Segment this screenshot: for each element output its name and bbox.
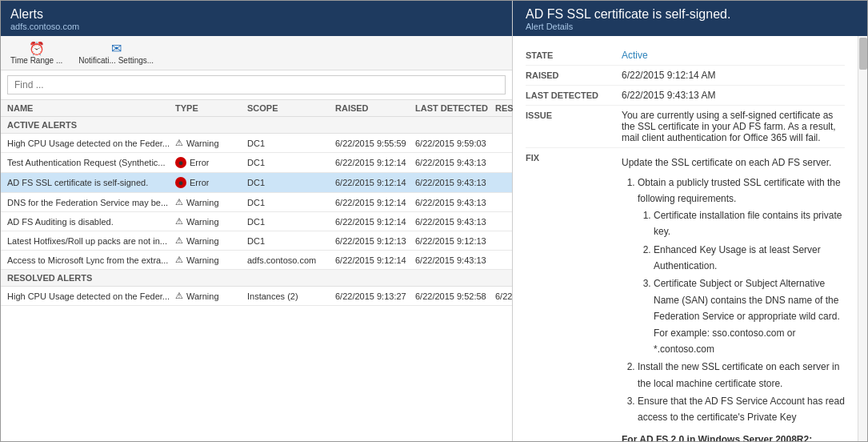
- left-panel: Alerts adfs.contoso.com ⏰ Time Range ...…: [1, 1, 513, 441]
- alert-last-detected: 6/22/2015 9:43:13: [415, 178, 495, 187]
- fix-sub-item-1: Certificate installation file contains i…: [654, 207, 845, 240]
- alert-scope: DC1: [247, 158, 335, 167]
- right-header: AD FS SSL certificate is self-signed. Al…: [513, 1, 867, 36]
- raised-row: RAISED 6/22/2015 9:12:14 AM: [526, 66, 845, 86]
- active-alert-row[interactable]: AD FS SSL certificate is self-signed. ●E…: [1, 173, 512, 193]
- alert-type: ⚠Warning: [175, 138, 247, 148]
- warning-icon: ⚠: [175, 197, 183, 207]
- fix-list: Obtain a publicly trusted SSL certificat…: [622, 175, 845, 426]
- alert-last-detected: 6/22/2015 9:43:13: [415, 217, 495, 227]
- fix-sub-list: Certificate installation file contains i…: [638, 207, 845, 358]
- alert-name: High CPU Usage detected on the Feder...: [7, 291, 175, 301]
- alert-raised: 6/22/2015 9:12:14: [335, 158, 415, 167]
- active-alerts-rows: High CPU Usage detected on the Feder... …: [1, 134, 512, 270]
- issue-label: ISSUE: [526, 110, 622, 120]
- fix-item-2: Install the new SSL certificate on each …: [638, 359, 845, 392]
- clock-icon: ⏰: [29, 41, 45, 56]
- alert-last-detected: 6/22/2015 9:59:03: [415, 139, 495, 148]
- last-detected-row: LAST DETECTED 6/22/2015 9:43:13 AM: [526, 86, 845, 106]
- left-header: Alerts adfs.contoso.com: [1, 1, 512, 36]
- notifications-label: Notificati... Settings...: [78, 56, 154, 65]
- alerts-table: ACTIVE ALERTS High CPU Usage detected on…: [1, 117, 512, 441]
- state-value: Active: [622, 50, 845, 61]
- fix-section: Update the SSL certificate on each AD FS…: [622, 155, 845, 441]
- alert-name: Latest Hotfixes/Roll up packs are not in…: [7, 236, 175, 246]
- active-alert-row[interactable]: High CPU Usage detected on the Feder... …: [1, 134, 512, 153]
- fix-intro: Update the SSL certificate on each AD FS…: [622, 155, 845, 170]
- table-header: NAME TYPE SCOPE RAISED LAST DETECTED RES…: [1, 100, 512, 117]
- col-name: NAME: [7, 103, 175, 113]
- search-input[interactable]: [7, 75, 506, 94]
- active-alert-row[interactable]: Test Authentication Request (Synthetic..…: [1, 153, 512, 173]
- right-scrollbar[interactable]: [858, 36, 867, 441]
- state-row: STATE Active: [526, 46, 845, 66]
- warning-icon: ⚠: [175, 255, 183, 265]
- alert-last-detected: 6/22/2015 9:52:58: [415, 291, 495, 301]
- alert-type: ⚠Warning: [175, 235, 247, 246]
- state-label: STATE: [526, 50, 622, 60]
- fix-sub-item-3: Certificate Subject or Subject Alternati…: [654, 275, 845, 357]
- warning-icon: ⚠: [175, 235, 183, 246]
- right-panel: AD FS SSL certificate is self-signed. Al…: [513, 1, 867, 441]
- alert-type: ●Error: [175, 157, 247, 168]
- alert-raised: 6/22/2015 9:12:13: [335, 236, 415, 246]
- active-alerts-label: ACTIVE ALERTS: [1, 117, 512, 134]
- alert-raised: 6/22/2015 9:55:59: [335, 139, 415, 148]
- fix-row: FIX Update the SSL certificate on each A…: [526, 148, 845, 441]
- detail-content: STATE Active RAISED 6/22/2015 9:12:14 AM…: [513, 36, 858, 441]
- main-layout: Alerts adfs.contoso.com ⏰ Time Range ...…: [1, 1, 867, 441]
- alert-name: AD FS SSL certificate is self-signed.: [7, 178, 175, 187]
- alert-resolved: 6/22/2015 9:53:58: [495, 291, 512, 301]
- search-bar: [1, 70, 512, 100]
- alert-name: Test Authentication Request (Synthetic..…: [7, 158, 175, 167]
- app-window: Alerts adfs.contoso.com ⏰ Time Range ...…: [0, 0, 868, 442]
- warning-icon: ⚠: [175, 216, 183, 227]
- alert-detail-title: AD FS SSL certificate is self-signed.: [526, 7, 854, 22]
- alert-scope: DC1: [247, 178, 335, 187]
- left-panel-title: Alerts: [10, 7, 502, 22]
- alert-detail-subtitle: Alert Details: [526, 22, 854, 31]
- resolved-alert-row[interactable]: High CPU Usage detected on the Feder... …: [1, 287, 512, 306]
- last-detected-value: 6/22/2015 9:43:13 AM: [622, 90, 845, 101]
- alert-scope: adfs.contoso.com: [247, 255, 335, 265]
- time-range-button[interactable]: ⏰ Time Range ...: [7, 39, 66, 66]
- active-alert-row[interactable]: DNS for the Federation Service may be...…: [1, 193, 512, 212]
- error-icon: ●: [175, 177, 186, 188]
- active-alert-row[interactable]: AD FS Auditing is disabled. ⚠Warning DC1…: [1, 212, 512, 231]
- alert-type: ●Error: [175, 177, 247, 188]
- col-type: TYPE: [175, 103, 247, 113]
- alert-scope: Instances (2): [247, 291, 335, 301]
- active-alert-row[interactable]: Latest Hotfixes/Roll up packs are not in…: [1, 231, 512, 251]
- alert-last-detected: 6/22/2015 9:43:13: [415, 158, 495, 167]
- raised-label: RAISED: [526, 70, 622, 80]
- alert-last-detected: 6/22/2015 9:43:13: [415, 198, 495, 207]
- envelope-icon: ✉: [111, 41, 122, 56]
- error-icon: ●: [175, 157, 186, 168]
- bold-section: For AD FS 2.0 in Windows Server 2008R2:: [622, 432, 845, 441]
- alert-raised: 6/22/2015 9:12:14: [335, 255, 415, 265]
- alert-last-detected: 6/22/2015 9:43:13: [415, 255, 495, 265]
- alert-raised: 6/22/2015 9:12:14: [335, 217, 415, 227]
- right-content-area: STATE Active RAISED 6/22/2015 9:12:14 AM…: [513, 36, 867, 441]
- alert-type: ⚠Warning: [175, 291, 247, 301]
- alert-name: High CPU Usage detected on the Feder...: [7, 139, 175, 148]
- toolbar: ⏰ Time Range ... ✉ Notificati... Setting…: [1, 36, 512, 70]
- col-scope: SCOPE: [247, 103, 335, 113]
- alert-scope: DC1: [247, 139, 335, 148]
- alert-raised: 6/22/2015 9:12:14: [335, 178, 415, 187]
- notification-settings-button[interactable]: ✉ Notificati... Settings...: [75, 39, 157, 66]
- issue-text: You are currently using a self-signed ce…: [622, 110, 845, 143]
- warning-icon: ⚠: [175, 138, 183, 148]
- col-raised: RAISED: [335, 103, 415, 113]
- alert-type: ⚠Warning: [175, 216, 247, 227]
- alert-name: Access to Microsoft Lync from the extra.…: [7, 255, 175, 265]
- fix-sub-item-2: Enhanced Key Usage is at least Server Au…: [654, 242, 845, 275]
- fix-label: FIX: [526, 152, 622, 163]
- alert-type: ⚠Warning: [175, 255, 247, 265]
- active-alert-row[interactable]: Access to Microsoft Lync from the extra.…: [1, 251, 512, 270]
- alert-name: DNS for the Federation Service may be...: [7, 198, 175, 207]
- alert-scope: DC1: [247, 217, 335, 227]
- alert-scope: DC1: [247, 198, 335, 207]
- col-last-detected: LAST DETECTED: [415, 103, 495, 113]
- resolved-alerts-label: RESOLVED ALERTS: [1, 270, 512, 287]
